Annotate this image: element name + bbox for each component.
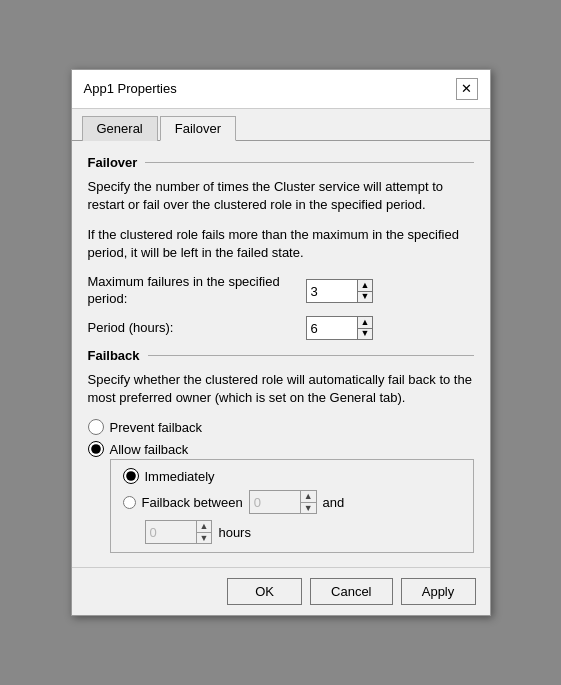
- tab-failover[interactable]: Failover: [160, 116, 236, 141]
- close-button[interactable]: ✕: [456, 78, 478, 100]
- prevent-failback-row: Prevent failback: [88, 419, 474, 435]
- period-label: Period (hours):: [88, 320, 298, 337]
- failback-section-header: Failback: [88, 348, 474, 363]
- period-up[interactable]: ▲: [358, 317, 373, 328]
- max-failures-down[interactable]: ▼: [358, 291, 373, 303]
- period-input[interactable]: [307, 317, 357, 339]
- between-up2[interactable]: ▲: [197, 521, 212, 532]
- between-spinbtn2: ▲ ▼: [196, 521, 212, 543]
- immediately-radio[interactable]: [123, 468, 139, 484]
- failover-desc2: If the clustered role fails more than th…: [88, 226, 474, 262]
- allow-failback-row: Allow failback: [88, 441, 474, 457]
- title-bar: App1 Properties ✕: [72, 70, 490, 109]
- failover-divider: [145, 162, 473, 163]
- prevent-failback-radio[interactable]: [88, 419, 104, 435]
- dialog-footer: OK Cancel Apply: [72, 567, 490, 615]
- max-failures-row: Maximum failures in the specified period…: [88, 274, 474, 308]
- cancel-button[interactable]: Cancel: [310, 578, 392, 605]
- period-down[interactable]: ▼: [358, 328, 373, 340]
- failover-desc1: Specify the number of times the Cluster …: [88, 178, 474, 214]
- failback-hours-row: ▲ ▼ hours: [145, 520, 461, 544]
- and-label: and: [323, 495, 345, 510]
- max-failures-spinner: ▲ ▼: [306, 279, 374, 303]
- prevent-failback-label[interactable]: Prevent failback: [110, 420, 203, 435]
- failback-between-row: Failback between ▲ ▼ and: [123, 490, 461, 514]
- between-up1[interactable]: ▲: [301, 491, 316, 502]
- period-spinbtn: ▲ ▼: [357, 317, 373, 339]
- failback-desc: Specify whether the clustered role will …: [88, 371, 474, 407]
- max-failures-input[interactable]: [307, 280, 357, 302]
- apply-button[interactable]: Apply: [401, 578, 476, 605]
- failback-divider: [148, 355, 474, 356]
- dialog-title: App1 Properties: [84, 81, 177, 96]
- failback-between-radio[interactable]: [123, 496, 136, 509]
- max-failures-up[interactable]: ▲: [358, 280, 373, 291]
- period-row: Period (hours): ▲ ▼: [88, 316, 474, 340]
- tab-content: Failover Specify the number of times the…: [72, 141, 490, 568]
- failback-between-label[interactable]: Failback between: [142, 495, 243, 510]
- between-input2[interactable]: [146, 521, 196, 543]
- failover-section-header: Failover: [88, 155, 474, 170]
- max-failures-spinbtn: ▲ ▼: [357, 280, 373, 302]
- between-down1[interactable]: ▼: [301, 502, 316, 514]
- app1-properties-dialog: App1 Properties ✕ General Failover Failo…: [71, 69, 491, 617]
- between-spinbtn1: ▲ ▼: [300, 491, 316, 513]
- hours-label: hours: [218, 525, 251, 540]
- allow-failback-label[interactable]: Allow failback: [110, 442, 189, 457]
- between-spinner2: ▲ ▼: [145, 520, 213, 544]
- immediately-label[interactable]: Immediately: [145, 469, 215, 484]
- between-input1[interactable]: [250, 491, 300, 513]
- between-down2[interactable]: ▼: [197, 532, 212, 544]
- max-failures-label: Maximum failures in the specified period…: [88, 274, 298, 308]
- period-spinner: ▲ ▼: [306, 316, 374, 340]
- allow-failback-container: Allow failback Immediately Failback betw…: [88, 441, 474, 553]
- allow-failback-radio[interactable]: [88, 441, 104, 457]
- failback-radio-group: Prevent failback Allow failback Immediat…: [88, 419, 474, 553]
- allow-failback-box: Immediately Failback between ▲ ▼: [110, 459, 474, 553]
- tab-general[interactable]: General: [82, 116, 158, 141]
- ok-button[interactable]: OK: [227, 578, 302, 605]
- between-spinner1: ▲ ▼: [249, 490, 317, 514]
- tabs-bar: General Failover: [72, 109, 490, 141]
- immediately-row: Immediately: [123, 468, 461, 484]
- failback-section: Failback Specify whether the clustered r…: [88, 348, 474, 553]
